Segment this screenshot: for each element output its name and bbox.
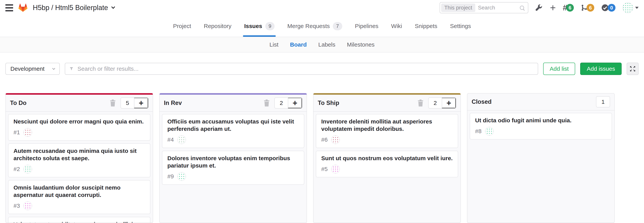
delete-list-button[interactable] bbox=[264, 99, 270, 106]
gitlab-tanuki-icon bbox=[18, 3, 28, 12]
list-title: Closed bbox=[472, 98, 596, 105]
global-search: This project bbox=[440, 2, 528, 13]
project-title-text: H5bp / Html5 Boilerplate bbox=[33, 4, 108, 12]
assignee-avatar[interactable] bbox=[331, 165, 340, 174]
expand-icon bbox=[629, 65, 636, 72]
issue-count: 5 bbox=[121, 98, 134, 108]
delete-list-button[interactable] bbox=[110, 99, 116, 106]
subnav-milestones[interactable]: Milestones bbox=[347, 41, 374, 48]
delete-list-button[interactable] bbox=[418, 99, 424, 106]
new-issue-button[interactable]: + bbox=[134, 98, 148, 108]
milestone-dropdown[interactable]: Development bbox=[6, 63, 60, 75]
navbar-right: This project + # 6 6 bbox=[440, 2, 638, 13]
issue-id: #5 bbox=[321, 166, 328, 172]
todos-button[interactable]: 0 bbox=[601, 4, 616, 12]
new-issue-button[interactable]: + bbox=[288, 98, 302, 108]
list-actions: 1 bbox=[596, 96, 610, 107]
add-list-button[interactable]: Add list bbox=[543, 63, 575, 75]
issue-card[interactable]: Nesciunt qui dolore error magni quo quia… bbox=[8, 114, 150, 141]
admin-wrench-button[interactable] bbox=[535, 4, 543, 12]
hamburger-menu-icon[interactable] bbox=[6, 4, 13, 12]
board-search-field bbox=[65, 63, 538, 75]
issues-tab-badge: 9 bbox=[265, 22, 274, 30]
user-menu[interactable] bbox=[622, 2, 638, 13]
assignee-avatar[interactable] bbox=[177, 172, 186, 181]
issue-id: #9 bbox=[167, 173, 174, 180]
list-header: To Ship 2 + bbox=[314, 95, 460, 112]
issue-card[interactable]: Voluptates ut cupiditate possimus qui of… bbox=[8, 217, 150, 222]
filter-funnel-icon bbox=[70, 67, 73, 70]
tab-issues[interactable]: Issues 9 bbox=[244, 16, 274, 37]
issue-id: #3 bbox=[14, 202, 20, 209]
board-list-in-rev: In Rev 2 + Officiis eum accusamus volupt… bbox=[159, 93, 307, 223]
tab-pipelines[interactable]: Pipelines bbox=[355, 16, 378, 37]
board-list-todo: To Do 5 + Nesciunt qui dolore error magn… bbox=[6, 93, 153, 223]
tab-wiki[interactable]: Wiki bbox=[391, 16, 402, 37]
issue-card[interactable]: Dolores inventore voluptas enim temporib… bbox=[162, 151, 304, 185]
project-nav: Project Repository Issues 9 Merge Reques… bbox=[0, 16, 644, 37]
assignee-avatar[interactable] bbox=[331, 135, 340, 144]
tab-project[interactable]: Project bbox=[173, 16, 191, 37]
tab-settings[interactable]: Settings bbox=[450, 16, 471, 37]
issue-count: 1 bbox=[596, 97, 610, 107]
board-filter-bar: Development Add list Add issues bbox=[0, 53, 644, 85]
trash-icon bbox=[418, 99, 424, 106]
issue-id: #2 bbox=[14, 166, 20, 172]
issue-id: #1 bbox=[14, 129, 20, 136]
tab-repository[interactable]: Repository bbox=[204, 16, 232, 37]
assigned-mrs-button[interactable]: 6 bbox=[581, 4, 594, 12]
issues-sub-nav: List Board Labels Milestones bbox=[0, 37, 644, 53]
issue-card[interactable]: Ut dicta odio fugit animi unde quia. #8 bbox=[470, 113, 612, 140]
todos-count-badge: 0 bbox=[608, 4, 616, 12]
issue-card[interactable]: Inventore deleniti mollitia aut asperior… bbox=[316, 114, 458, 148]
assignee-avatar[interactable] bbox=[23, 165, 32, 174]
add-issues-button[interactable]: Add issues bbox=[580, 63, 622, 75]
assignee-avatar[interactable] bbox=[177, 135, 186, 144]
issue-card[interactable]: Officiis eum accusamus voluptas qui iste… bbox=[162, 114, 304, 148]
list-actions: 2 + bbox=[264, 97, 302, 108]
card-list: Officiis eum accusamus voluptas qui iste… bbox=[160, 112, 306, 222]
list-title: To Ship bbox=[318, 99, 418, 106]
search-input[interactable] bbox=[475, 5, 520, 11]
subnav-labels[interactable]: Labels bbox=[318, 41, 335, 48]
board-list-closed: Closed 1 Ut dicta odio fugit animi unde … bbox=[467, 93, 615, 223]
list-counter: 2 + bbox=[428, 97, 456, 108]
fullscreen-button[interactable] bbox=[627, 63, 638, 75]
assignee-avatar[interactable] bbox=[23, 128, 32, 137]
chevron-down-icon bbox=[111, 5, 115, 9]
mr-tab-badge: 7 bbox=[333, 22, 342, 30]
board-list-to-ship: To Ship 2 + Inventore deleniti mollitia … bbox=[313, 93, 461, 223]
issue-board: To Do 5 + Nesciunt qui dolore error magn… bbox=[0, 85, 644, 223]
issue-card[interactable]: Sunt ut quos nostrum eos voluptatum veli… bbox=[316, 151, 458, 177]
subnav-list[interactable]: List bbox=[269, 41, 278, 48]
new-issue-button[interactable]: + bbox=[442, 98, 456, 108]
top-navbar: H5bp / Html5 Boilerplate This project + … bbox=[0, 0, 644, 16]
list-header: To Do 5 + bbox=[6, 95, 153, 112]
new-item-button[interactable]: + bbox=[550, 3, 556, 13]
tab-snippets[interactable]: Snippets bbox=[415, 16, 437, 37]
list-counter: 5 + bbox=[120, 97, 148, 108]
tab-merge-requests[interactable]: Merge Requests 7 bbox=[287, 16, 342, 37]
list-title: To Do bbox=[10, 99, 110, 106]
assigned-issues-button[interactable]: # 6 bbox=[563, 4, 574, 12]
card-list: Inventore deleniti mollitia aut asperior… bbox=[314, 112, 460, 222]
chevron-down-icon bbox=[52, 67, 55, 70]
subnav-board[interactable]: Board bbox=[290, 41, 307, 48]
issue-count: 2 bbox=[275, 98, 288, 108]
trash-icon bbox=[110, 99, 116, 106]
project-title[interactable]: H5bp / Html5 Boilerplate bbox=[33, 4, 114, 12]
assignee-avatar[interactable] bbox=[23, 201, 32, 210]
search-scope-token[interactable]: This project bbox=[441, 4, 475, 12]
issues-count-badge: 6 bbox=[566, 4, 574, 12]
issue-card[interactable]: Omnis laudantium dolor suscipit nemo asp… bbox=[8, 180, 150, 214]
board-search-input[interactable] bbox=[78, 65, 533, 72]
navbar-left: H5bp / Html5 Boilerplate bbox=[6, 3, 114, 12]
mr-count-badge: 6 bbox=[586, 4, 594, 12]
milestone-dropdown-label: Development bbox=[10, 65, 44, 72]
gitlab-logo[interactable] bbox=[18, 3, 28, 12]
card-list: Ut dicta odio fugit animi unde quia. #8 bbox=[468, 110, 614, 222]
issue-card[interactable]: Autem recusandae quo minima quia iusto s… bbox=[8, 143, 150, 177]
user-avatar bbox=[622, 2, 633, 13]
search-icon bbox=[520, 6, 524, 10]
assignee-avatar[interactable] bbox=[485, 127, 494, 136]
